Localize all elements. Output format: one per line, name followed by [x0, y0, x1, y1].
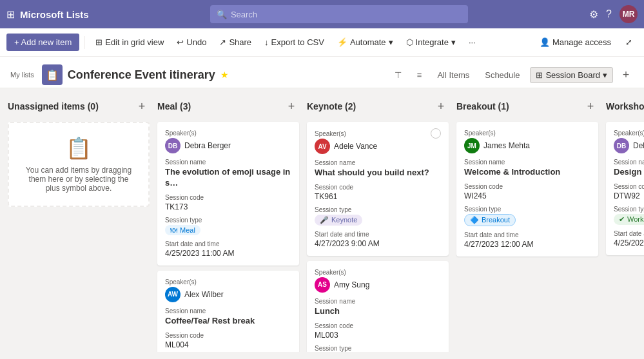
speaker-avatar: JM [464, 138, 480, 153]
favorite-icon[interactable]: ★ [220, 70, 229, 80]
session-type-badge-workshop: ✔Workshop [614, 214, 644, 225]
speaker-avatar: DB [614, 138, 629, 153]
badge-icon: 🍽 [170, 226, 177, 234]
speaker-avatar: AS [315, 277, 330, 293]
all-items-button[interactable]: All Items [432, 68, 474, 82]
toolbar-separator [84, 36, 85, 49]
session-code-value: TK173 [165, 202, 291, 211]
empty-icon: 📋 [22, 136, 135, 160]
column-title-unassigned: Unassigned items (0) [8, 101, 99, 112]
badge-text: Workshop [627, 215, 644, 223]
people-icon: 👤 [540, 37, 550, 47]
column-unassigned: Unassigned items (0)+📋You can add items … [8, 96, 150, 344]
speaker-label: Speaker(s) [614, 130, 644, 137]
badge-icon: ✔ [619, 215, 625, 224]
schedule-button[interactable]: Schedule [480, 68, 525, 82]
export-button[interactable]: ↓ Export to CSV [259, 34, 329, 50]
search-icon: 🔍 [217, 10, 227, 19]
speaker-row: JMJames Mehta [464, 138, 590, 153]
undo-icon: ↩ [177, 37, 184, 47]
empty-column-unassigned: 📋You can add items by dragging them here… [8, 122, 150, 207]
speaker-avatar: AV [315, 139, 330, 154]
automate-chevron: ▾ [389, 37, 393, 47]
column-add-button-keynote[interactable]: + [433, 99, 449, 114]
speaker-row: ASAmy Sung [315, 277, 441, 293]
fullscreen-button[interactable]: ⤢ [620, 34, 638, 50]
search-input[interactable] [231, 10, 462, 19]
speaker-name: Amy Sung [334, 280, 369, 289]
speaker-name: James Mehta [483, 141, 530, 150]
session-type-label: Session type [165, 217, 291, 224]
speaker-label: Speaker(s) [464, 130, 496, 137]
page-title-row: My lists 📋 Conference Event itinerary ★ [10, 64, 229, 85]
page-title: Conference Event itinerary [68, 68, 215, 82]
speaker-label: Speaker(s) [165, 130, 197, 137]
column-title-breakout: Breakout (1) [456, 101, 509, 112]
session-board-view[interactable]: ⊞ Session Board ▾ [530, 67, 613, 83]
toolbar: + Add new item ⊞ Edit in grid view ↩ Und… [0, 28, 644, 57]
session-code-value: ML004 [165, 340, 291, 349]
column-add-button-unassigned[interactable]: + [134, 99, 150, 114]
badge-text: Breakout [482, 216, 510, 224]
grid-view-icon: ⊞ [95, 37, 102, 47]
column-title-keynote: Keynote (2) [307, 101, 356, 112]
column-header-breakout: Breakout (1)+ [456, 96, 598, 117]
session-code-value: DTW92 [614, 191, 644, 200]
board-area: Unassigned items (0)+📋You can add items … [0, 88, 644, 352]
column-header-workshop: Workshop (1)+ [606, 96, 644, 117]
session-type-label: Session type [315, 345, 441, 352]
grid-icon[interactable]: ⊞ [6, 8, 15, 21]
session-code-label: Session code [315, 322, 441, 329]
column-header-keynote: Keynote (2)+ [307, 96, 449, 117]
session-code-label: Session code [464, 183, 590, 190]
column-meal: Meal (3)+Speaker(s)DBDebra BergerSession… [157, 96, 299, 344]
column-header-unassigned: Unassigned items (0)+ [8, 96, 150, 117]
settings-icon[interactable]: ⚙ [589, 8, 598, 21]
more-button[interactable]: ··· [463, 34, 481, 50]
session-type-badge-keynote: 🎤Keynote [315, 215, 362, 226]
speaker-name: Debra Berger [184, 141, 231, 150]
speaker-name: Adele Vance [334, 142, 377, 151]
card-br1: Speaker(s)JMJames MehtaSession nameWelco… [456, 122, 598, 257]
session-name-label: Session name [614, 159, 644, 166]
view-controls: ⊤ ≡ All Items Schedule ⊞ Session Board ▾… [389, 67, 634, 83]
help-icon[interactable]: ? [606, 8, 612, 20]
speaker-row: DBDebra Berger [165, 138, 291, 153]
column-add-button-breakout[interactable]: + [583, 99, 598, 114]
integrate-button[interactable]: ⬡ Integrate ▾ [401, 34, 461, 50]
breadcrumb[interactable]: My lists [10, 71, 34, 79]
add-view-button[interactable]: + [618, 67, 634, 82]
group-button[interactable]: ≡ [412, 68, 427, 82]
share-button[interactable]: ↗ Share [214, 34, 257, 50]
search-bar[interactable]: 🔍 [210, 5, 468, 23]
session-name: Lunch [315, 306, 441, 317]
avatar[interactable]: MR [620, 5, 638, 23]
date-label: Start date and time [614, 230, 644, 237]
manage-access-button[interactable]: 👤 Manage access [534, 34, 616, 50]
card-meal1: Speaker(s)DBDebra BergerSession nameThe … [157, 122, 299, 266]
speaker-name: Debra Berger [633, 141, 644, 150]
card-ws1: Speaker(s)DBDebra BergerSession nameDesi… [606, 122, 644, 255]
add-new-item-button[interactable]: + Add new item [6, 34, 79, 51]
column-workshop: Workshop (1)+Speaker(s)DBDebra BergerSes… [606, 96, 644, 344]
speaker-label: Speaker(s) [315, 130, 346, 137]
date-label: Start date and time [464, 231, 590, 238]
speaker-name: Alex Wilber [184, 290, 224, 299]
column-header-meal: Meal (3)+ [157, 96, 299, 117]
session-name: What should you build next? [315, 168, 441, 179]
date-value: 4/25/2023 2:30 PM [614, 238, 644, 247]
card-checkbox[interactable] [431, 128, 441, 139]
card-meal2: Speaker(s)AWAlex WilberSession nameCoffe… [157, 271, 299, 352]
topbar: ⊞ Microsoft Lists 🔍 ⚙ ? MR [0, 0, 644, 28]
edit-grid-button[interactable]: ⊞ Edit in grid view [90, 34, 169, 50]
undo-button[interactable]: ↩ Undo [171, 34, 211, 50]
card-kn1: Speaker(s)AVAdele VanceSession nameWhat … [307, 122, 449, 256]
speaker-label: Speaker(s) [165, 278, 197, 286]
share-icon: ↗ [219, 37, 226, 47]
column-title-workshop: Workshop (1) [606, 101, 644, 112]
automate-button[interactable]: ⚡ Automate ▾ [332, 34, 398, 50]
filter-button[interactable]: ⊤ [389, 68, 407, 82]
badge-text: Keynote [331, 216, 357, 224]
export-icon: ↓ [264, 37, 269, 47]
column-add-button-meal[interactable]: + [284, 99, 299, 114]
